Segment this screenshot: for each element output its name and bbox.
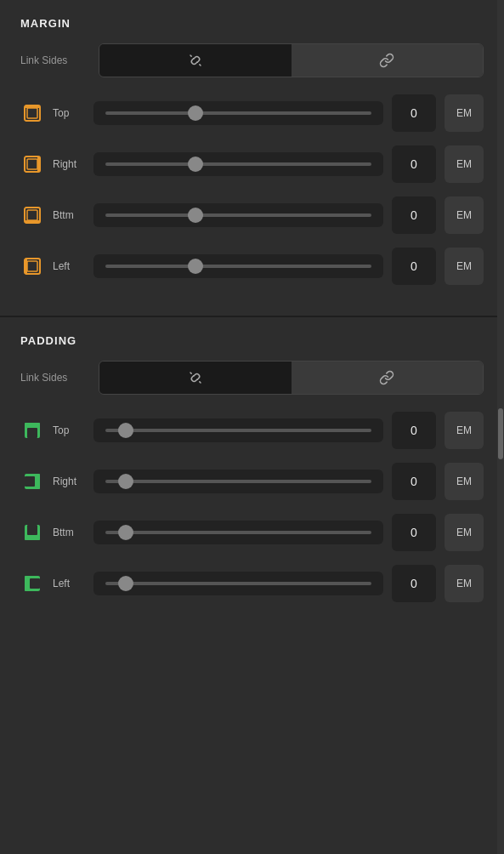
svg-rect-7 — [37, 157, 40, 172]
padding-bttm-icon — [20, 521, 44, 544]
margin-top-unit[interactable]: EM — [445, 94, 484, 132]
padding-left-slider[interactable] — [105, 582, 371, 585]
svg-rect-18 — [25, 423, 40, 428]
svg-rect-9 — [27, 210, 37, 220]
margin-top-value: 0 — [392, 94, 436, 132]
margin-bttm-icon — [20, 203, 44, 227]
margin-bttm-slider-container — [93, 203, 383, 227]
margin-right-row: Right 0 EM — [20, 139, 484, 190]
margin-right-icon — [20, 152, 44, 176]
margin-right-label: Right — [53, 158, 85, 170]
margin-unlink-button[interactable] — [99, 44, 292, 77]
svg-rect-12 — [27, 261, 37, 271]
padding-top-slider[interactable] — [105, 429, 371, 432]
padding-right-slider[interactable] — [105, 480, 371, 483]
svg-rect-3 — [27, 108, 37, 118]
link-icon — [379, 53, 394, 68]
padding-bttm-row: Bttm 0 EM — [20, 507, 484, 558]
padding-left-slider-container — [93, 572, 383, 595]
margin-bttm-value: 0 — [392, 196, 436, 234]
svg-rect-10 — [25, 220, 40, 223]
unlink-icon — [188, 53, 203, 68]
padding-right-slider-container — [93, 470, 383, 493]
padding-right-icon — [20, 470, 44, 493]
svg-rect-17 — [27, 428, 37, 438]
padding-left-label: Left — [53, 578, 85, 589]
svg-line-1 — [200, 65, 201, 65]
padding-right-value: 0 — [392, 463, 436, 500]
padding-left-icon — [20, 572, 44, 595]
padding-title: PADDING — [20, 334, 484, 347]
margin-top-row: Top 0 EM — [20, 88, 484, 139]
scrollbar-thumb[interactable] — [498, 408, 503, 459]
margin-section: MARGIN Link Sides — [0, 0, 504, 316]
padding-left-unit[interactable]: EM — [445, 565, 484, 602]
margin-bttm-slider[interactable] — [105, 214, 371, 217]
margin-right-slider-container — [93, 152, 383, 176]
padding-top-slider-container — [93, 418, 383, 442]
padding-unlink-button[interactable] — [99, 362, 292, 394]
margin-link-button[interactable] — [292, 44, 484, 77]
padding-left-value: 0 — [392, 565, 436, 602]
padding-bttm-unit[interactable]: EM — [445, 514, 484, 551]
margin-link-sides-label: Link Sides — [20, 54, 88, 66]
svg-rect-24 — [25, 535, 40, 540]
svg-rect-27 — [25, 576, 30, 591]
margin-left-icon — [20, 254, 44, 278]
padding-top-unit[interactable]: EM — [445, 412, 484, 449]
margin-top-icon — [20, 101, 44, 125]
svg-rect-6 — [27, 159, 37, 169]
margin-top-label: Top — [53, 107, 85, 119]
padding-right-label: Right — [53, 475, 85, 487]
padding-link-button[interactable] — [292, 362, 484, 394]
margin-bttm-label: Bttm — [53, 209, 85, 221]
padding-bttm-label: Bttm — [53, 527, 85, 538]
padding-section: PADDING Link Sides — [0, 316, 504, 633]
svg-rect-20 — [25, 476, 35, 487]
margin-link-sides-row: Link Sides — [20, 43, 484, 77]
padding-bttm-slider-container — [93, 521, 383, 544]
margin-left-row: Left 0 EM — [20, 241, 484, 292]
padding-link-sides-buttons — [99, 361, 484, 395]
svg-rect-26 — [30, 578, 40, 589]
margin-top-slider-container — [93, 101, 383, 125]
margin-right-value: 0 — [392, 145, 436, 183]
svg-line-15 — [200, 382, 201, 383]
padding-left-row: Left 0 EM — [20, 558, 484, 609]
padding-top-value: 0 — [392, 412, 436, 449]
margin-left-value: 0 — [392, 248, 436, 285]
margin-link-sides-buttons — [99, 43, 484, 77]
link-icon — [379, 370, 394, 385]
margin-left-unit[interactable]: EM — [445, 248, 484, 285]
scrollbar[interactable] — [497, 0, 504, 854]
svg-rect-4 — [25, 105, 40, 108]
svg-line-0 — [190, 55, 191, 56]
margin-left-label: Left — [53, 260, 85, 272]
padding-right-row: Right 0 EM — [20, 456, 484, 507]
svg-rect-13 — [25, 259, 27, 274]
padding-bttm-value: 0 — [392, 514, 436, 551]
padding-top-row: Top 0 EM — [20, 405, 484, 456]
margin-bttm-row: Bttm 0 EM — [20, 190, 484, 241]
padding-link-sides-row: Link Sides — [20, 361, 484, 395]
unlink-icon — [188, 370, 203, 385]
padding-right-unit[interactable]: EM — [445, 463, 484, 500]
margin-title: MARGIN — [20, 17, 484, 30]
svg-rect-23 — [27, 525, 37, 535]
padding-top-icon — [20, 418, 44, 442]
svg-rect-21 — [35, 474, 40, 489]
margin-left-slider-container — [93, 254, 383, 278]
margin-right-slider[interactable] — [105, 162, 371, 166]
padding-bttm-slider[interactable] — [105, 531, 371, 534]
margin-top-slider[interactable] — [105, 111, 371, 115]
padding-link-sides-label: Link Sides — [20, 372, 88, 384]
margin-bttm-unit[interactable]: EM — [445, 196, 484, 234]
padding-top-label: Top — [53, 424, 85, 436]
margin-left-slider[interactable] — [105, 265, 371, 268]
margin-right-unit[interactable]: EM — [445, 145, 484, 183]
svg-line-14 — [190, 373, 191, 373]
